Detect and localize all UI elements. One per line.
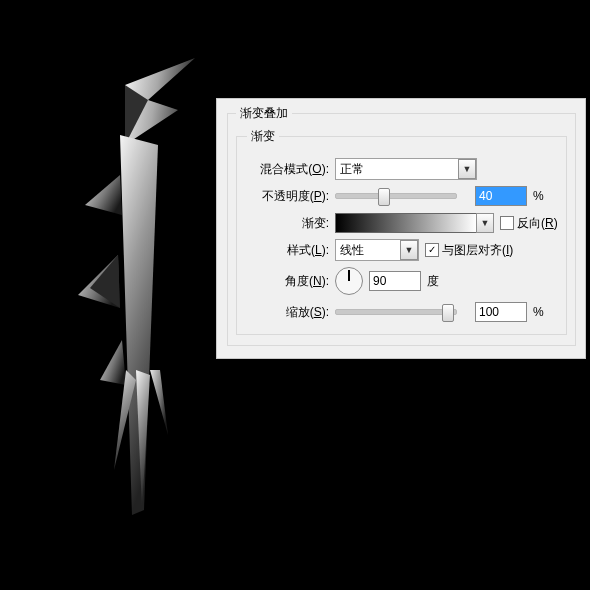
checkbox-box-icon bbox=[500, 216, 514, 230]
svg-marker-3 bbox=[85, 175, 122, 215]
outer-legend: 渐变叠加 bbox=[236, 105, 292, 122]
opacity-input[interactable] bbox=[475, 186, 527, 206]
svg-marker-0 bbox=[125, 58, 195, 145]
svg-marker-1 bbox=[125, 85, 148, 145]
gradient-overlay-dialog: 渐变叠加 渐变 混合模式(O): 正常 ▼ 不透明度(P): bbox=[216, 98, 586, 359]
opacity-slider[interactable] bbox=[335, 193, 457, 199]
svg-marker-9 bbox=[150, 370, 168, 435]
gradient-picker[interactable]: ▼ bbox=[335, 213, 494, 233]
reverse-checkbox[interactable]: 反向(R) bbox=[500, 215, 558, 232]
svg-marker-6 bbox=[100, 340, 126, 385]
style-select[interactable]: 线性 ▼ bbox=[335, 239, 419, 261]
inner-legend: 渐变 bbox=[247, 128, 279, 145]
row-style: 样式(L): 线性 ▼ ✓ 与图层对齐(I) bbox=[247, 239, 558, 261]
chevron-down-icon: ▼ bbox=[458, 159, 476, 179]
angle-suffix: 度 bbox=[427, 273, 439, 290]
angle-hand-icon bbox=[348, 270, 350, 281]
row-blend-mode: 混合模式(O): 正常 ▼ bbox=[247, 158, 558, 180]
row-gradient: 渐变: ▼ 反向(R) bbox=[247, 212, 558, 234]
chevron-down-icon: ▼ bbox=[476, 213, 494, 233]
angle-label: 角度(N): bbox=[247, 273, 335, 290]
align-with-layer-checkbox[interactable]: ✓ 与图层对齐(I) bbox=[425, 242, 513, 259]
scale-suffix: % bbox=[533, 305, 544, 319]
style-label: 样式(L): bbox=[247, 242, 335, 259]
row-opacity: 不透明度(P): % bbox=[247, 185, 558, 207]
svg-marker-8 bbox=[136, 370, 150, 510]
row-angle: 角度(N): 度 bbox=[247, 266, 558, 296]
artwork-preview bbox=[70, 40, 220, 560]
scale-slider[interactable] bbox=[335, 309, 457, 315]
reverse-label: 反向(R) bbox=[517, 215, 558, 232]
slider-thumb-icon[interactable] bbox=[378, 188, 390, 206]
blend-mode-select[interactable]: 正常 ▼ bbox=[335, 158, 477, 180]
chevron-down-icon: ▼ bbox=[400, 240, 418, 260]
outer-group: 渐变叠加 渐变 混合模式(O): 正常 ▼ 不透明度(P): bbox=[227, 105, 576, 346]
gradient-label: 渐变: bbox=[247, 215, 335, 232]
style-value: 线性 bbox=[340, 242, 400, 259]
svg-marker-7 bbox=[114, 370, 136, 470]
row-scale: 缩放(S): % bbox=[247, 301, 558, 323]
opacity-suffix: % bbox=[533, 189, 544, 203]
svg-marker-4 bbox=[78, 255, 120, 308]
align-label: 与图层对齐(I) bbox=[442, 242, 513, 259]
angle-dial[interactable] bbox=[335, 267, 363, 295]
angle-input[interactable] bbox=[369, 271, 421, 291]
scale-input[interactable] bbox=[475, 302, 527, 322]
svg-marker-2 bbox=[120, 135, 158, 515]
slider-thumb-icon[interactable] bbox=[442, 304, 454, 322]
opacity-label: 不透明度(P): bbox=[247, 188, 335, 205]
blend-mode-label: 混合模式(O): bbox=[247, 161, 335, 178]
scale-label: 缩放(S): bbox=[247, 304, 335, 321]
gradient-preview bbox=[335, 213, 477, 233]
blend-mode-value: 正常 bbox=[340, 161, 458, 178]
svg-marker-5 bbox=[90, 255, 120, 308]
checkbox-box-icon: ✓ bbox=[425, 243, 439, 257]
inner-group: 渐变 混合模式(O): 正常 ▼ 不透明度(P): bbox=[236, 128, 567, 335]
